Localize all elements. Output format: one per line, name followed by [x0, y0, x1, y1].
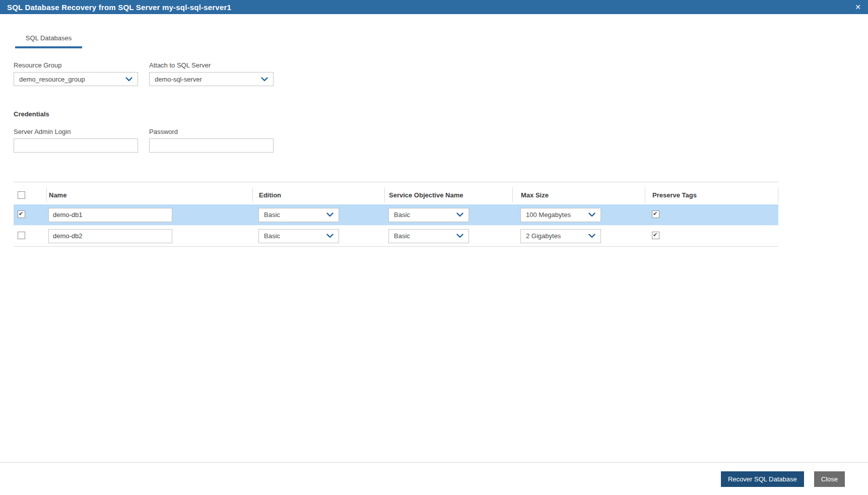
edition-select[interactable]: Basic	[258, 229, 339, 243]
chevron-down-icon	[456, 213, 463, 217]
chevron-down-icon	[326, 213, 333, 217]
chevron-down-icon	[125, 77, 132, 82]
server-admin-login-label: Server Admin Login	[14, 128, 138, 135]
chevron-down-icon	[261, 77, 268, 82]
chevron-down-icon	[588, 213, 595, 217]
password-input[interactable]	[149, 138, 274, 153]
max-size-select[interactable]: 100 Megabytes	[520, 208, 601, 222]
db-name-input[interactable]	[48, 208, 172, 222]
table-row: Basic Basic 100 Megabytes	[14, 204, 778, 226]
column-header-name: Name	[46, 187, 252, 202]
edition-value: Basic	[264, 232, 280, 240]
preserve-tags-checkbox[interactable]	[652, 232, 659, 239]
server-admin-login-input[interactable]	[14, 138, 138, 153]
column-header-edition: Edition	[252, 187, 384, 202]
service-objective-select[interactable]: Basic	[388, 208, 469, 222]
recover-sql-database-button[interactable]: Recover SQL Database	[721, 471, 804, 487]
service-objective-value: Basic	[394, 211, 410, 219]
service-objective-select[interactable]: Basic	[388, 229, 469, 243]
dialog-titlebar: SQL Database Recovery from SQL Server my…	[0, 0, 868, 14]
service-objective-value: Basic	[394, 232, 410, 240]
attach-sql-server-label: Attach to SQL Server	[149, 61, 274, 69]
close-icon[interactable]: ✕	[855, 4, 861, 11]
column-header-max-size: Max Size	[512, 187, 645, 202]
resource-group-select[interactable]: demo_resource_group	[14, 72, 138, 86]
table-row: Basic Basic 2 Gigabytes	[14, 226, 778, 247]
max-size-select[interactable]: 2 Gigabytes	[520, 229, 601, 243]
max-size-value: 100 Megabytes	[526, 211, 571, 219]
row-select-checkbox[interactable]	[18, 210, 25, 218]
attach-sql-server-select[interactable]: demo-sql-server	[149, 72, 274, 86]
table-top-divider	[14, 182, 778, 182]
edition-value: Basic	[264, 211, 280, 219]
chevron-down-icon	[588, 234, 595, 238]
close-button[interactable]: Close	[814, 471, 845, 487]
dialog-title: SQL Database Recovery from SQL Server my…	[7, 3, 231, 12]
row-select-checkbox[interactable]	[18, 232, 25, 239]
password-label: Password	[149, 128, 274, 135]
dialog-footer: Recover SQL Database Close	[0, 462, 868, 495]
db-name-input[interactable]	[48, 229, 172, 243]
chevron-down-icon	[326, 234, 333, 238]
resource-group-label: Resource Group	[14, 61, 138, 69]
preserve-tags-checkbox[interactable]	[652, 210, 659, 218]
column-header-service-objective: Service Objective Name	[384, 187, 512, 202]
attach-sql-server-value: demo-sql-server	[155, 76, 202, 83]
tab-bar: SQL Databases	[14, 30, 778, 48]
edition-select[interactable]: Basic	[258, 208, 339, 222]
select-all-checkbox[interactable]	[18, 191, 25, 199]
resource-group-value: demo_resource_group	[19, 76, 85, 83]
tab-sql-databases[interactable]: SQL Databases	[15, 30, 82, 48]
chevron-down-icon	[456, 234, 463, 238]
column-header-preserve-tags: Preserve Tags	[645, 187, 778, 202]
credentials-heading: Credentials	[14, 110, 778, 118]
table-header-row: Name Edition Service Objective Name Max …	[14, 185, 778, 204]
max-size-value: 2 Gigabytes	[526, 232, 561, 240]
